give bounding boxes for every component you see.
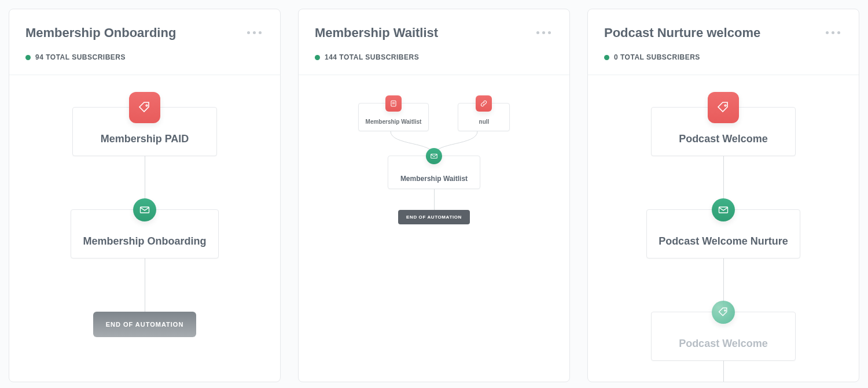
flow-diagram: Membership Waitlist null bbox=[299, 75, 569, 224]
connector-line bbox=[723, 258, 724, 285]
connector-line bbox=[145, 156, 145, 183]
flow-step-trigger[interactable]: Membership PAID bbox=[72, 107, 217, 156]
card-title: Membership Waitlist bbox=[315, 25, 553, 40]
card-menu-button[interactable] bbox=[244, 28, 265, 38]
mail-icon bbox=[712, 198, 735, 221]
subscriber-row: 0 TOTAL SUBSCRIBERS bbox=[604, 53, 843, 61]
flow-step-email[interactable]: Membership Onboarding bbox=[71, 209, 218, 258]
automation-card[interactable]: Membership Onboarding 94 TOTAL SUBSCRIBE… bbox=[9, 9, 281, 382]
flow-step-label: Podcast Welcome Nurture bbox=[659, 235, 788, 247]
flow-step-label: Podcast Welcome bbox=[663, 133, 784, 145]
card-header: Podcast Nurture welcome 0 TOTAL SUBSCRIB… bbox=[588, 9, 859, 75]
svg-point-0 bbox=[146, 105, 148, 106]
mail-icon bbox=[133, 198, 156, 221]
flow-step-email[interactable]: Membership Waitlist bbox=[388, 156, 480, 189]
subscribers-text: 144 TOTAL SUBSCRIBERS bbox=[325, 53, 419, 61]
svg-rect-2 bbox=[391, 101, 396, 106]
flow-step-label: Membership Waitlist bbox=[396, 175, 472, 183]
connector-line bbox=[145, 258, 145, 285]
flow-step-label: Membership Onboarding bbox=[83, 235, 206, 247]
flow-diagram: Membership PAID Membership Onboarding EN… bbox=[9, 75, 280, 337]
automations-board: Membership Onboarding 94 TOTAL SUBSCRIBE… bbox=[0, 0, 868, 388]
flow-step-label: Membership Waitlist bbox=[366, 119, 422, 125]
flow-step-label: null bbox=[465, 119, 502, 125]
card-header: Membership Onboarding 94 TOTAL SUBSCRIBE… bbox=[9, 9, 280, 75]
status-dot-icon bbox=[604, 55, 609, 60]
flow-step-trigger[interactable]: Podcast Welcome bbox=[651, 107, 796, 156]
flow-step-label: Podcast Welcome bbox=[663, 338, 784, 350]
card-menu-button[interactable] bbox=[533, 28, 554, 38]
automation-card[interactable]: Podcast Nurture welcome 0 TOTAL SUBSCRIB… bbox=[587, 9, 859, 382]
subscriber-row: 144 TOTAL SUBSCRIBERS bbox=[315, 53, 553, 61]
subscriber-row: 94 TOTAL SUBSCRIBERS bbox=[25, 53, 264, 61]
link-icon bbox=[476, 95, 492, 112]
svg-point-6 bbox=[724, 310, 726, 311]
automation-card[interactable]: Membership Waitlist 144 TOTAL SUBSCRIBER… bbox=[298, 9, 570, 382]
flow-step-form[interactable]: Membership Waitlist bbox=[358, 103, 429, 131]
tag-icon bbox=[129, 92, 160, 123]
flow-step-label: Membership PAID bbox=[84, 133, 205, 145]
svg-rect-1 bbox=[140, 207, 149, 213]
flow-step-email[interactable]: Podcast Welcome Nurture bbox=[646, 209, 800, 258]
flow-step-tag[interactable]: Podcast Welcome bbox=[651, 312, 796, 361]
form-icon bbox=[385, 95, 402, 112]
status-dot-icon bbox=[25, 55, 31, 60]
card-header: Membership Waitlist 144 TOTAL SUBSCRIBER… bbox=[299, 9, 569, 75]
subscribers-text: 0 TOTAL SUBSCRIBERS bbox=[614, 53, 700, 61]
tag-icon bbox=[712, 301, 735, 324]
card-menu-button[interactable] bbox=[822, 28, 844, 38]
status-dot-icon bbox=[315, 55, 320, 60]
svg-rect-5 bbox=[719, 207, 727, 213]
end-of-automation: END OF AUTOMATION bbox=[398, 210, 470, 224]
subscribers-text: 94 TOTAL SUBSCRIBERS bbox=[35, 53, 126, 61]
card-title: Podcast Nurture welcome bbox=[604, 25, 843, 40]
connector-line bbox=[145, 285, 145, 312]
connector-line bbox=[434, 189, 435, 210]
svg-point-4 bbox=[724, 105, 726, 106]
connector-line bbox=[723, 156, 724, 183]
flow-branch-row: Membership Waitlist null bbox=[358, 103, 510, 131]
mail-icon bbox=[426, 148, 442, 164]
flow-step-link[interactable]: null bbox=[458, 103, 510, 131]
card-title: Membership Onboarding bbox=[25, 25, 264, 40]
tag-icon bbox=[708, 92, 739, 123]
end-of-automation: END OF AUTOMATION bbox=[93, 312, 197, 337]
flow-diagram: Podcast Welcome Podcast Welcome Nurture bbox=[588, 75, 859, 382]
connector-line bbox=[723, 361, 724, 382]
